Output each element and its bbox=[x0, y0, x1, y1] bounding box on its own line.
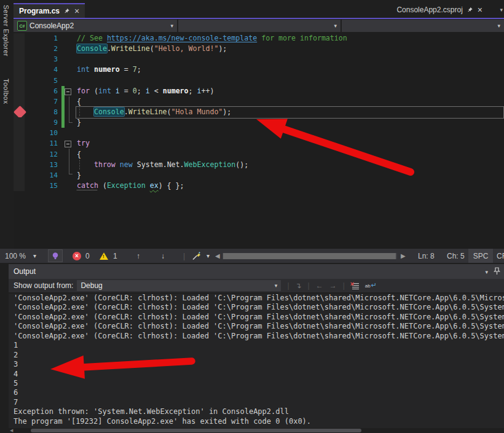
outline-gutter[interactable] bbox=[63, 170, 72, 181]
project-dropdown[interactable]: C# ConsoleApp2 ▾ bbox=[14, 20, 177, 32]
next-message-button[interactable]: → bbox=[329, 281, 337, 290]
outline-gutter[interactable] bbox=[63, 181, 72, 191]
breakpoint-margin[interactable] bbox=[14, 138, 25, 149]
document-tab-bar: Program.cs × ConsoleApp2.csproj × ▾ bbox=[14, 0, 504, 19]
outline-gutter[interactable] bbox=[63, 44, 72, 54]
editor-hscrollbar-track[interactable] bbox=[222, 253, 397, 259]
hscroll-left-arrow[interactable]: ◀ bbox=[10, 428, 13, 433]
previous-message-button[interactable]: ← bbox=[316, 281, 323, 290]
output-hscrollbar-thumb[interactable] bbox=[31, 429, 361, 432]
code-text[interactable] bbox=[76, 54, 504, 64]
outline-gutter[interactable] bbox=[63, 138, 72, 149]
code-text[interactable]: try bbox=[76, 138, 504, 149]
breakpoint-margin[interactable] bbox=[14, 76, 25, 86]
breakpoint-margin[interactable] bbox=[14, 44, 25, 54]
document-health-button[interactable] bbox=[48, 249, 63, 263]
hscroll-left-arrow[interactable]: ◀ bbox=[215, 249, 220, 263]
outline-gutter[interactable] bbox=[63, 117, 72, 128]
code-text[interactable]: throw new System.Net.WebException(); bbox=[76, 160, 504, 170]
tab-consoleapp2-csproj[interactable]: ConsoleApp2.csproj × bbox=[391, 3, 488, 17]
collapse-icon[interactable] bbox=[65, 141, 71, 147]
breakpoint-margin[interactable] bbox=[14, 181, 25, 191]
code-text[interactable] bbox=[76, 76, 504, 86]
outline-gutter[interactable] bbox=[63, 64, 72, 75]
breakpoint-margin[interactable] bbox=[14, 33, 25, 44]
pin-icon[interactable] bbox=[467, 7, 473, 13]
close-icon[interactable]: × bbox=[478, 6, 482, 14]
clear-output-button[interactable]: × bbox=[351, 282, 359, 289]
window-position-chevron-icon[interactable]: ▾ bbox=[485, 269, 488, 275]
code-text[interactable]: Console.WriteLine("Hello, World!"); bbox=[76, 44, 504, 54]
outline-gutter[interactable] bbox=[63, 54, 72, 64]
output-log[interactable]: 'ConsoleApp2.exe' (CoreCLR: clrhost): Lo… bbox=[9, 294, 504, 428]
outline-gutter[interactable] bbox=[63, 149, 72, 160]
change-gutter bbox=[58, 181, 63, 191]
code-text[interactable]: catch (Exception ex) { }; bbox=[76, 181, 504, 191]
breakpoint-margin[interactable] bbox=[14, 86, 25, 96]
change-gutter bbox=[58, 76, 63, 86]
line-ending-indicator[interactable]: CR bbox=[497, 249, 504, 263]
outline-gutter[interactable] bbox=[63, 86, 72, 96]
space-mode-indicator[interactable]: SPC bbox=[468, 249, 493, 263]
code-text[interactable]: { bbox=[76, 96, 504, 107]
editor-hscrollbar-thumb[interactable] bbox=[223, 253, 396, 259]
goto-message-button[interactable]: ↴ bbox=[296, 281, 302, 290]
outline-gutter[interactable] bbox=[63, 33, 72, 44]
collapse-icon[interactable] bbox=[65, 88, 71, 95]
word-wrap-button[interactable]: ab↵ bbox=[365, 283, 377, 289]
member-dropdown[interactable]: ▾ bbox=[342, 20, 504, 32]
code-text[interactable]: } bbox=[76, 117, 504, 128]
code-text[interactable]: int numero = 7; bbox=[76, 64, 504, 75]
pin-icon[interactable] bbox=[494, 267, 500, 275]
outline-gutter[interactable] bbox=[63, 96, 72, 107]
line-indicator: Ln: 8 bbox=[418, 249, 435, 263]
code-text[interactable]: for (int i = 0; i < numero; i++) bbox=[76, 86, 504, 96]
code-editor[interactable]: 1// See https://aka.ms/new-console-templ… bbox=[14, 33, 504, 249]
breakpoint-margin[interactable] bbox=[14, 170, 25, 181]
code-text[interactable]: // See https://aka.ms/new-console-templa… bbox=[76, 33, 504, 44]
output-line: 1 bbox=[9, 341, 504, 350]
output-title-bar[interactable]: Output ▾ bbox=[9, 264, 504, 279]
code-cleanup-button[interactable] bbox=[192, 249, 202, 263]
show-output-from-label: Show output from: bbox=[14, 281, 73, 290]
breakpoint-margin[interactable] bbox=[14, 117, 25, 128]
code-text[interactable]: } bbox=[76, 170, 504, 181]
outline-gutter[interactable] bbox=[63, 107, 72, 117]
pin-icon[interactable] bbox=[64, 8, 70, 14]
code-token: ); bbox=[218, 44, 227, 53]
breakpoint-margin[interactable] bbox=[14, 54, 25, 64]
breakpoint-margin[interactable] bbox=[14, 128, 25, 138]
error-count-button[interactable]: × 0 bbox=[73, 249, 90, 263]
type-dropdown[interactable]: ▾ bbox=[178, 20, 341, 32]
sidebar-item-server-explorer[interactable]: Server Explorer bbox=[2, 5, 10, 57]
breakpoint-margin[interactable] bbox=[14, 107, 25, 117]
hscroll-right-arrow[interactable]: ▶ bbox=[401, 249, 406, 263]
code-text[interactable] bbox=[76, 128, 504, 138]
output-hscrollbar[interactable]: ◀ bbox=[9, 428, 504, 433]
breakpoint-margin[interactable] bbox=[14, 64, 25, 75]
code-token: for bbox=[77, 87, 90, 95]
code-line: 12{ bbox=[14, 149, 504, 160]
tab-list-chevron-icon[interactable]: ▾ bbox=[500, 7, 503, 13]
outline-gutter[interactable] bbox=[63, 128, 72, 138]
close-icon[interactable]: × bbox=[74, 7, 79, 15]
tab-program-cs[interactable]: Program.cs × bbox=[14, 3, 85, 18]
breakpoint-icon[interactable] bbox=[14, 106, 26, 119]
outline-gutter[interactable] bbox=[63, 160, 72, 170]
code-cleanup-chevron-icon[interactable]: ▾ bbox=[207, 249, 210, 263]
code-text[interactable]: { bbox=[76, 149, 504, 160]
breakpoint-margin[interactable] bbox=[14, 160, 25, 170]
chevron-down-icon: ▾ bbox=[497, 23, 500, 29]
breakpoint-margin[interactable] bbox=[14, 149, 25, 160]
previous-issue-button[interactable]: ↑ bbox=[136, 249, 140, 263]
zoom-level-dropdown[interactable]: 100 % bbox=[5, 249, 26, 263]
breakpoint-margin[interactable] bbox=[14, 96, 25, 107]
line-number: 6 bbox=[25, 86, 58, 96]
outline-gutter[interactable] bbox=[63, 76, 72, 86]
next-issue-button[interactable]: ↓ bbox=[161, 249, 165, 263]
sidebar-item-toolbox[interactable]: Toolbox bbox=[2, 79, 10, 104]
code-text[interactable]: Console.WriteLine("Hola Mundo"); bbox=[76, 107, 504, 117]
zoom-chevron-icon[interactable]: ▾ bbox=[33, 249, 36, 263]
warning-count-button[interactable]: 1 bbox=[100, 249, 117, 263]
output-source-dropdown[interactable]: Debug ▾ bbox=[77, 280, 281, 291]
